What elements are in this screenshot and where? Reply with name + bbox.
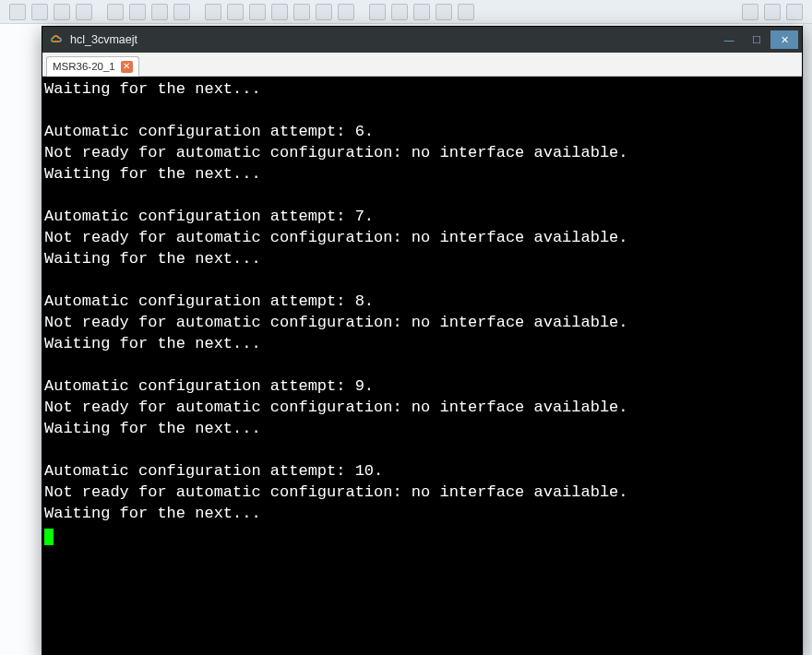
- bg-tool-icon: [107, 4, 124, 20]
- background-toolbar: [0, 0, 812, 24]
- terminal-line: Automatic configuration attempt: 10.: [44, 460, 802, 482]
- background-sidebar: [803, 24, 812, 655]
- terminal-line: [44, 354, 802, 375]
- tab-session[interactable]: MSR36-20_1 ✕: [46, 56, 139, 77]
- terminal-line: [44, 100, 802, 121]
- bg-tool-icon: [151, 4, 168, 20]
- bg-tool-icon: [786, 4, 803, 20]
- bg-tool-icon: [293, 4, 310, 20]
- terminal-line: [44, 524, 802, 545]
- terminal-output[interactable]: Waiting for the next...Automatic configu…: [42, 77, 802, 654]
- app-logo-icon: [50, 32, 65, 47]
- window-title: hcl_3cvmaejt: [70, 33, 715, 46]
- terminal-line: Waiting for the next...: [44, 418, 802, 439]
- minimize-button[interactable]: —: [715, 30, 743, 49]
- bg-tool-icon: [391, 4, 408, 20]
- bg-tool-icon: [764, 4, 781, 20]
- terminal-line: [44, 439, 802, 460]
- window-titlebar[interactable]: hcl_3cvmaejt — ☐ ✕: [42, 27, 802, 53]
- bg-tool-icon: [249, 4, 266, 20]
- bg-tool-icon: [129, 4, 146, 20]
- bg-tool-icon: [271, 4, 288, 20]
- bg-tool-icon: [31, 4, 48, 20]
- terminal-line: Automatic configuration attempt: 9.: [44, 375, 802, 397]
- terminal-line: Waiting for the next...: [44, 503, 802, 524]
- terminal-line: Not ready for automatic configuration: n…: [44, 482, 802, 503]
- bg-tool-icon: [227, 4, 244, 20]
- bg-tool-icon: [338, 4, 354, 20]
- terminal-line: Waiting for the next...: [44, 163, 802, 185]
- terminal-line: Not ready for automatic configuration: n…: [44, 227, 802, 248]
- terminal-line: Waiting for the next...: [44, 78, 802, 100]
- terminal-line: Automatic configuration attempt: 7.: [44, 206, 802, 227]
- bg-tool-icon: [413, 4, 430, 20]
- bg-tool-icon: [436, 4, 452, 20]
- tab-label: MSR36-20_1: [53, 61, 115, 72]
- terminal-cursor: [44, 529, 54, 545]
- bg-tool-icon: [369, 4, 386, 20]
- terminal-wrap: Waiting for the next...Automatic configu…: [42, 77, 802, 654]
- maximize-icon: ☐: [752, 34, 761, 46]
- tab-close-icon: ✕: [123, 62, 130, 71]
- bg-tool-icon: [9, 4, 26, 20]
- bg-tool-icon: [54, 4, 70, 20]
- terminal-window: hcl_3cvmaejt — ☐ ✕ MSR36-20_1 ✕ Waiting …: [42, 26, 803, 655]
- maximize-button[interactable]: ☐: [743, 30, 770, 49]
- minimize-icon: —: [724, 34, 734, 45]
- bg-tool-icon: [76, 4, 92, 20]
- tab-strip: MSR36-20_1 ✕: [42, 53, 802, 77]
- tab-close-button[interactable]: ✕: [121, 61, 133, 73]
- close-button[interactable]: ✕: [770, 30, 798, 49]
- terminal-line: Waiting for the next...: [44, 248, 802, 269]
- terminal-line: Automatic configuration attempt: 8.: [44, 291, 802, 312]
- bg-tool-icon: [205, 4, 221, 20]
- terminal-line: Not ready for automatic configuration: n…: [44, 397, 802, 418]
- terminal-line: Automatic configuration attempt: 6.: [44, 121, 802, 142]
- terminal-line: Waiting for the next...: [44, 333, 802, 354]
- terminal-line: Not ready for automatic configuration: n…: [44, 312, 802, 333]
- bg-tool-icon: [458, 4, 474, 20]
- bg-tool-icon: [173, 4, 190, 20]
- close-icon: ✕: [781, 34, 789, 46]
- bg-tool-icon: [316, 4, 332, 20]
- terminal-line: Not ready for automatic configuration: n…: [44, 142, 802, 163]
- terminal-line: [44, 269, 802, 291]
- bg-tool-icon: [742, 4, 758, 20]
- terminal-line: [44, 185, 802, 206]
